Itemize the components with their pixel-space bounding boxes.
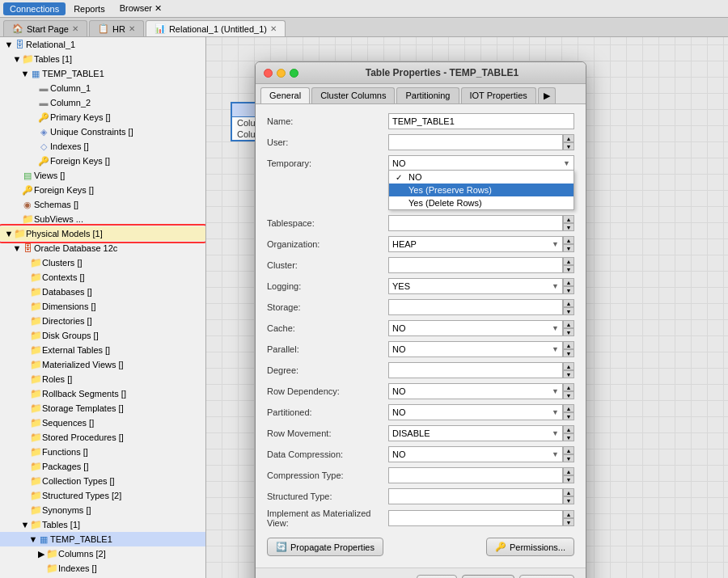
dropdown-delete[interactable]: Yes (Delete Rows) bbox=[389, 196, 574, 209]
tree-stored-procedures[interactable]: 📁 Stored Procedures [] bbox=[0, 430, 205, 445]
permissions-button[interactable]: 🔑 Permissions... bbox=[486, 538, 574, 556]
cluster-up[interactable]: ▲ bbox=[563, 257, 574, 265]
tab-iot-properties[interactable]: IOT Properties bbox=[461, 87, 536, 103]
expander-relational1[interactable]: ▼ bbox=[5, 40, 13, 49]
tree-relational1[interactable]: ▼ 🗄 Relational_1 bbox=[0, 37, 205, 52]
tree-external-tables[interactable]: 📁 External Tables [] bbox=[0, 343, 205, 357]
tree-column1[interactable]: ▬ Column_1 bbox=[0, 81, 205, 95]
cluster-input[interactable] bbox=[388, 257, 563, 273]
org-up[interactable]: ▲ bbox=[563, 236, 574, 244]
cache-select[interactable]: NO ▼ bbox=[388, 320, 563, 336]
storage-up[interactable]: ▲ bbox=[563, 299, 574, 307]
tree-indexes[interactable]: ◇ Indexes [] bbox=[0, 139, 205, 154]
cluster-down[interactable]: ▼ bbox=[563, 265, 574, 273]
tree-schemas[interactable]: ◉ Schemas [] bbox=[0, 197, 205, 212]
parallel-select[interactable]: NO ▼ bbox=[388, 341, 563, 357]
tree-physical-models[interactable]: ▼ 📁 Physical Models [1] bbox=[0, 226, 205, 241]
tree-materialized-views[interactable]: 📁 Materialized Views [] bbox=[0, 357, 205, 372]
tab-start-page[interactable]: 🏠 Start Page ✕ bbox=[3, 20, 87, 36]
tree-sequences[interactable]: 📁 Sequences [] bbox=[0, 416, 205, 430]
comptype-up[interactable]: ▲ bbox=[563, 467, 574, 475]
user-input[interactable] bbox=[388, 134, 563, 150]
rowmov-select[interactable]: DISABLE ▼ bbox=[388, 425, 563, 441]
menu-reports[interactable]: Reports bbox=[67, 2, 112, 15]
tree-tables2[interactable]: ▼ 📁 Tables [1] bbox=[0, 517, 205, 532]
tablespace-input[interactable] bbox=[388, 215, 563, 231]
partitioned-up[interactable]: ▲ bbox=[563, 404, 574, 412]
tree-storage-templates[interactable]: 📁 Storage Templates [] bbox=[0, 401, 205, 416]
propagate-properties-button[interactable]: 🔄 Propagate Properties bbox=[267, 538, 383, 556]
expander-temp-table1[interactable]: ▼ bbox=[21, 69, 29, 78]
storage-input[interactable] bbox=[388, 299, 563, 315]
structtype-up[interactable]: ▲ bbox=[563, 488, 574, 496]
tree-temp-table1[interactable]: ▼ ▦ TEMP_TABLE1 bbox=[0, 66, 205, 81]
tab-hr[interactable]: 📋 HR ✕ bbox=[89, 20, 144, 36]
structtype-down[interactable]: ▼ bbox=[563, 496, 574, 504]
tree-fk2[interactable]: 🔑 Foreign Keys [] bbox=[0, 183, 205, 197]
tree-unique-constraints[interactable]: ◈ Unique Constraints [] bbox=[0, 124, 205, 139]
tree-column2[interactable]: ▬ Column_2 bbox=[0, 95, 205, 110]
tree-rollback[interactable]: 📁 Rollback Segments [] bbox=[0, 386, 205, 401]
cache-down[interactable]: ▼ bbox=[563, 328, 574, 336]
tab-general[interactable]: General bbox=[260, 87, 310, 103]
menu-connections[interactable]: Connections bbox=[3, 2, 66, 15]
rowdep-up[interactable]: ▲ bbox=[563, 383, 574, 391]
comptype-input[interactable] bbox=[388, 467, 563, 483]
degree-input[interactable] bbox=[388, 362, 563, 378]
implmv-down[interactable]: ▼ bbox=[563, 518, 574, 526]
tree-oracle12c[interactable]: ▼ 🗄 Oracle Database 12c bbox=[0, 241, 205, 255]
logging-up[interactable]: ▲ bbox=[563, 278, 574, 286]
tab-cluster-columns[interactable]: Cluster Columns bbox=[311, 87, 395, 103]
cancel-button[interactable]: Cancel bbox=[519, 575, 574, 578]
rowmov-up[interactable]: ▲ bbox=[563, 425, 574, 433]
rowmov-down[interactable]: ▼ bbox=[563, 433, 574, 441]
tree-roles[interactable]: 📁 Roles [] bbox=[0, 372, 205, 386]
parallel-up[interactable]: ▲ bbox=[563, 341, 574, 349]
dropdown-no[interactable]: ✓ NO bbox=[389, 171, 574, 184]
tree-functions[interactable]: 📁 Functions [] bbox=[0, 445, 205, 459]
apply-button[interactable]: Apply bbox=[462, 575, 514, 578]
implmv-input[interactable] bbox=[388, 510, 563, 526]
tablespace-down[interactable]: ▼ bbox=[563, 223, 574, 231]
parallel-down[interactable]: ▼ bbox=[563, 349, 574, 357]
storage-down[interactable]: ▼ bbox=[563, 307, 574, 315]
tree-structured-types[interactable]: 📁 Structured Types [2] bbox=[0, 488, 205, 503]
org-down[interactable]: ▼ bbox=[563, 244, 574, 252]
tree-packages[interactable]: 📁 Packages [] bbox=[0, 459, 205, 474]
menu-browser[interactable]: Browser ✕ bbox=[113, 2, 168, 15]
temporary-select[interactable]: NO ▼ bbox=[388, 155, 574, 171]
cache-up[interactable]: ▲ bbox=[563, 320, 574, 328]
tree-indexes2[interactable]: 📁 Indexes [] bbox=[0, 561, 205, 576]
logging-select[interactable]: YES ▼ bbox=[388, 278, 563, 294]
tree-foreign-keys[interactable]: 🔑 Foreign Keys [] bbox=[0, 154, 205, 168]
tree-columns2[interactable]: ▶ 📁 Columns [2] bbox=[0, 546, 205, 561]
tree-synonyms[interactable]: 📁 Synonyms [] bbox=[0, 503, 205, 517]
expander-cols2[interactable]: ▶ bbox=[37, 549, 45, 559]
tree-collection-types[interactable]: 📁 Collection Types [] bbox=[0, 474, 205, 488]
datacomp-down[interactable]: ▼ bbox=[563, 454, 574, 462]
structtype-input[interactable] bbox=[388, 488, 563, 504]
tab-partitioning[interactable]: Partitioning bbox=[396, 87, 459, 103]
tree-subviews[interactable]: 📁 SubViews ... bbox=[0, 212, 205, 226]
tree-views[interactable]: ▤ Views [] bbox=[0, 168, 205, 183]
tree-clusters[interactable]: 📁 Clusters [] bbox=[0, 255, 205, 270]
canvas[interactable]: TEMP_TABLE1 Column_1 INTEGER Column_2 IN… bbox=[206, 37, 728, 578]
tab-more[interactable]: ▶ bbox=[538, 87, 556, 103]
user-spinner-down[interactable]: ▼ bbox=[563, 142, 574, 150]
tree-tables[interactable]: ▼ 📁 Tables [1] bbox=[0, 52, 205, 66]
expander-tables2[interactable]: ▼ bbox=[21, 520, 29, 529]
maximize-button[interactable] bbox=[290, 69, 298, 78]
partitioned-select[interactable]: NO ▼ bbox=[388, 404, 563, 420]
minimize-button[interactable] bbox=[277, 69, 286, 78]
degree-down[interactable]: ▼ bbox=[563, 370, 574, 378]
logging-down[interactable]: ▼ bbox=[563, 286, 574, 294]
expander-tt2[interactable]: ▼ bbox=[29, 534, 37, 544]
user-spinner-up[interactable]: ▲ bbox=[563, 134, 574, 142]
tab-start-page-close[interactable]: ✕ bbox=[72, 24, 78, 33]
expander-oracle[interactable]: ▼ bbox=[13, 243, 21, 253]
partitioned-down[interactable]: ▼ bbox=[563, 412, 574, 420]
tree-contexts[interactable]: 📁 Contexts [] bbox=[0, 270, 205, 285]
tree-dimensions[interactable]: 📁 Dimensions [] bbox=[0, 299, 205, 314]
datacomp-up[interactable]: ▲ bbox=[563, 446, 574, 454]
comptype-down[interactable]: ▼ bbox=[563, 475, 574, 483]
